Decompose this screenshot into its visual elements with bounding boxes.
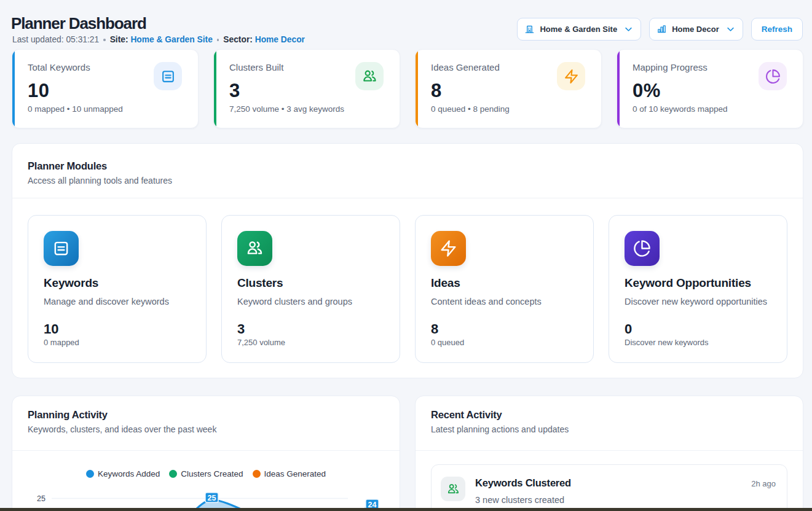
svg-text:25: 25 — [37, 494, 45, 503]
svg-text:25: 25 — [208, 494, 216, 502]
